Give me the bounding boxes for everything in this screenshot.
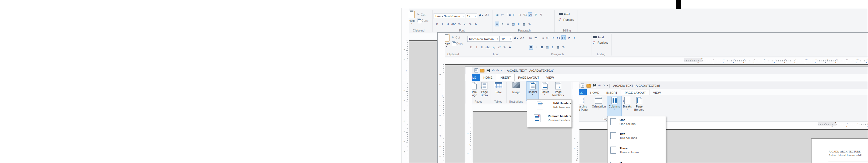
table-button[interactable]: Table (493, 82, 503, 100)
format-toggle-icon[interactable]: ≣ (529, 45, 533, 49)
format-toggle-icon[interactable]: ⇕ (517, 22, 521, 26)
menu-item-one-column[interactable]: One One column (608, 118, 665, 130)
cut-button[interactable]: ✂Cut (452, 35, 460, 39)
grow-font-button[interactable]: A▲ (479, 13, 483, 17)
format-toggle-icon[interactable]: ≔ (501, 13, 504, 17)
format-toggle-icon[interactable]: ¶◂ (556, 35, 560, 40)
quick-access-dropdown-icon[interactable]: ▾ (501, 69, 502, 72)
format-toggle-icon[interactable]: U (480, 45, 484, 49)
format-toggle-icon[interactable]: ≣ (506, 22, 510, 26)
open-folder-icon[interactable] (480, 69, 485, 73)
format-toggle-icon[interactable]: ✎ (469, 22, 472, 26)
format-toggle-icon[interactable]: abc (486, 45, 490, 49)
tab-insert[interactable]: INSERT (603, 89, 621, 96)
undo-icon[interactable]: ↶ (598, 84, 601, 87)
tab-home[interactable]: HOME (587, 89, 603, 96)
format-toggle-icon[interactable]: ▸¶ (562, 35, 565, 40)
menu-item-two-columns[interactable]: Two Two columns (608, 132, 665, 144)
format-toggle-icon[interactable]: ¶ (539, 13, 543, 17)
menu-item-remove-headers[interactable]: ✕ Remove headers Remove headers (527, 114, 571, 125)
orientation-button[interactable]: ⤵ Orientation ▾ (591, 97, 607, 116)
format-toggle-icon[interactable]: I (441, 22, 444, 26)
cut-button[interactable]: ✂Cut (417, 13, 425, 16)
format-toggle-icon[interactable]: x₂ (458, 22, 462, 26)
format-toggle-icon[interactable]: ⁋ (567, 35, 571, 40)
page-borders-button[interactable]: PageBorders (633, 97, 645, 116)
menu-item-edit-headers[interactable]: Edit Headers Edit Headers (527, 102, 571, 112)
format-toggle-icon[interactable]: U (446, 22, 450, 26)
format-toggle-icon[interactable]: ≡ (501, 22, 504, 26)
format-toggle-icon[interactable]: ⁋ (534, 13, 537, 17)
format-toggle-icon[interactable]: x² (497, 45, 501, 49)
undo-icon[interactable]: ↶ (492, 69, 495, 72)
format-toggle-icon[interactable]: ≣ (495, 22, 499, 26)
font-size-combo[interactable]: 12▾ (500, 36, 512, 42)
format-toggle-icon[interactable]: ⁝≡ (529, 35, 532, 40)
breaks-button[interactable]: ▶ Breaks ▾ (623, 97, 632, 116)
shrink-font-button[interactable]: A▼ (485, 13, 489, 17)
format-toggle-icon[interactable]: B (469, 45, 473, 49)
header-button[interactable]: Header ▾ (527, 82, 538, 101)
w4-titlebar[interactable]: ↶ ↷ ▾ ArCADia-TEXT - ArCADiaTEXT0.rtf (572, 82, 868, 89)
find-button[interactable]: Find (593, 35, 604, 39)
format-toggle-icon[interactable]: ▦ (522, 22, 526, 26)
w3-titlebar[interactable]: ↶ ↷ ▾ ArCADia-TEXT - ArCADiaTEXT0.rtf (465, 67, 868, 74)
save-icon[interactable] (593, 84, 596, 87)
format-toggle-icon[interactable]: ⇅ (528, 22, 531, 26)
footer-button[interactable]: Footer ▾ (540, 82, 550, 100)
redo-icon[interactable]: ↷ (602, 84, 605, 87)
redo-icon[interactable]: ↷ (496, 69, 499, 72)
tab-insert[interactable]: INSERT (496, 74, 515, 81)
find-button[interactable]: Find (559, 13, 569, 16)
new-document-icon[interactable] (474, 69, 478, 73)
format-toggle-icon[interactable]: ▦ (556, 45, 560, 49)
columns-button[interactable]: Columns ▾ (607, 96, 621, 116)
grow-font-button[interactable]: A▲ (514, 36, 518, 40)
menu-item-more-columns[interactable]: More (608, 162, 665, 163)
format-toggle-icon[interactable]: A (508, 45, 512, 49)
format-toggle-icon[interactable]: ✎ (503, 45, 506, 49)
copy-button[interactable]: Copy (417, 19, 429, 22)
font-size-combo[interactable]: 12▾ (466, 13, 477, 19)
document-page[interactable]: ArCADia-ARCHITECTURE Author: Internal Li… (811, 138, 868, 163)
copy-button[interactable]: Copy (452, 42, 463, 45)
replace-button[interactable]: ABAC Replace (558, 18, 574, 21)
page-break-button[interactable]: ▶ Page Break (479, 82, 490, 100)
tab-view[interactable]: VIEW (542, 74, 557, 81)
page-number-button[interactable]: # PageNumber ▾ (551, 82, 565, 100)
format-toggle-icon[interactable]: ⇕ (551, 45, 554, 49)
replace-button[interactable]: ABAC Replace (593, 41, 608, 44)
format-toggle-icon[interactable]: ⇥ (551, 35, 555, 40)
tab-home[interactable]: HOME (480, 74, 496, 81)
format-toggle-icon[interactable]: x₂ (492, 45, 496, 49)
format-toggle-icon[interactable]: ¶ (572, 35, 576, 40)
quick-access-dropdown-icon[interactable]: ▾ (607, 84, 608, 87)
font-family-combo[interactable]: Times New Roman▾ (434, 13, 465, 19)
format-toggle-icon[interactable]: B (435, 22, 439, 26)
format-toggle-icon[interactable]: ⇤ (512, 13, 516, 17)
format-toggle-icon[interactable]: x² (463, 22, 467, 26)
format-toggle-icon[interactable]: ¶◂ (523, 13, 527, 17)
shrink-font-button[interactable]: A▼ (520, 36, 524, 39)
tab-page-layout[interactable]: PAGE LAYOUT (515, 74, 542, 81)
tab-view[interactable]: VIEW (649, 89, 664, 96)
open-folder-icon[interactable] (586, 84, 591, 87)
format-toggle-icon[interactable]: I (475, 45, 478, 49)
format-toggle-icon[interactable]: ≣ (540, 45, 544, 49)
format-toggle-icon[interactable]: ▸¶ (528, 13, 532, 17)
menu-item-three-columns[interactable]: Three Three columns (608, 146, 665, 158)
format-toggle-icon[interactable]: ≡ (534, 45, 538, 49)
format-toggle-icon[interactable]: ⇤ (546, 35, 549, 40)
format-toggle-icon[interactable]: ▤ (545, 45, 549, 49)
format-toggle-icon[interactable]: ⋮≡ (539, 35, 544, 40)
tab-page-layout[interactable]: PAGE LAYOUT (621, 89, 649, 96)
format-toggle-icon[interactable]: ⁝≡ (495, 13, 499, 17)
format-toggle-icon[interactable]: ⇅ (561, 45, 565, 49)
format-toggle-icon[interactable]: ≔ (534, 35, 538, 40)
format-toggle-icon[interactable]: ▤ (512, 22, 515, 26)
format-toggle-icon[interactable]: ⇥ (518, 13, 521, 17)
image-button[interactable]: Image (511, 82, 521, 100)
font-family-combo[interactable]: Times New Roman▾ (467, 36, 499, 42)
format-toggle-icon[interactable]: ⋮≡ (506, 13, 510, 17)
format-toggle-icon[interactable]: A (474, 22, 478, 26)
